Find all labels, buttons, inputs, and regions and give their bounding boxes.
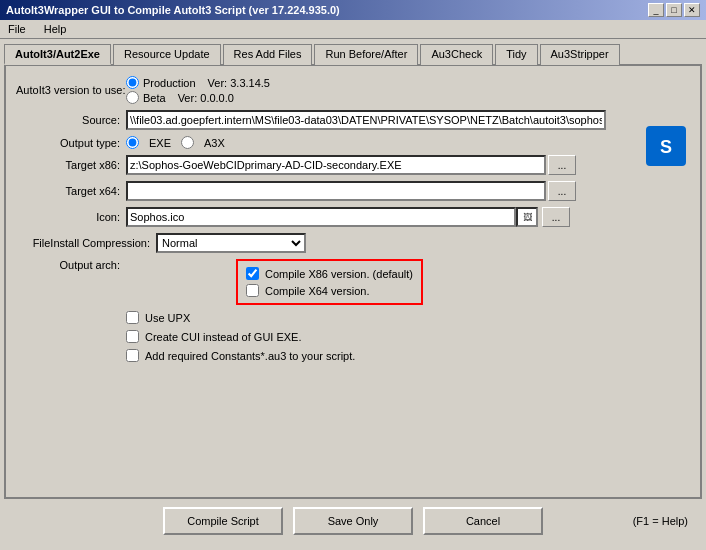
beta-ver: Ver: 0.0.0.0 — [178, 92, 234, 104]
menu-help[interactable]: Help — [40, 22, 71, 36]
output-arch-label: Output arch: — [16, 259, 126, 271]
tab-resource-update[interactable]: Resource Update — [113, 44, 221, 65]
add-constants-label: Add required Constants*.au3 to your scri… — [145, 350, 355, 362]
cancel-button[interactable]: Cancel — [423, 507, 543, 535]
target-x86-label: Target x86: — [16, 159, 126, 171]
compile-x86-row: Compile X86 version. (default) — [246, 267, 413, 280]
tabs: AutoIt3/Aut2Exe Resource Update Res Add … — [4, 43, 702, 66]
beta-label: Beta — [143, 92, 166, 104]
output-a3x-label: A3X — [204, 137, 225, 149]
compile-x64-row: Compile X64 version. — [246, 284, 413, 297]
title-text: AutoIt3Wrapper GUI to Compile AutoIt3 Sc… — [6, 4, 340, 16]
use-upx-checkbox[interactable] — [126, 311, 139, 324]
target-x64-input[interactable] — [126, 181, 546, 201]
autoit3-version-label: AutoIt3 version to use: — [16, 84, 126, 96]
menu-bar: File Help — [0, 20, 706, 39]
icon-label: Icon: — [16, 211, 126, 223]
output-arch-row: Output arch: Compile X86 version. (defau… — [16, 259, 690, 305]
tab-res-add-files[interactable]: Res Add Files — [223, 44, 313, 65]
target-x86-row: Target x86: ... — [16, 155, 690, 175]
fileinstall-select[interactable]: Normal None Best — [156, 233, 306, 253]
sophos-logo: S — [646, 126, 686, 166]
target-x64-label: Target x64: — [16, 185, 126, 197]
fileinstall-row: FileInstall Compression: Normal None Bes… — [16, 233, 690, 253]
use-upx-label: Use UPX — [145, 312, 190, 324]
tab-autoit3[interactable]: AutoIt3/Aut2Exe — [4, 44, 111, 65]
version-radio-group: Production Ver: 3.3.14.5 Beta Ver: 0.0.0… — [126, 76, 270, 104]
create-cui-row: Create CUI instead of GUI EXE. — [126, 330, 690, 343]
icon-input[interactable] — [126, 207, 516, 227]
production-radio[interactable] — [126, 76, 139, 89]
add-constants-row: Add required Constants*.au3 to your scri… — [126, 349, 690, 362]
output-type-options: EXE A3X — [126, 136, 225, 149]
menu-file[interactable]: File — [4, 22, 30, 36]
title-bar-buttons: _ □ ✕ — [648, 3, 700, 17]
save-only-button[interactable]: Save Only — [293, 507, 413, 535]
tab-tidy[interactable]: Tidy — [495, 44, 537, 65]
icon-browse[interactable]: ... — [542, 207, 570, 227]
tab-content: AutoIt3 version to use: Production Ver: … — [4, 66, 702, 499]
autoit3-version-row: AutoIt3 version to use: Production Ver: … — [16, 76, 690, 104]
icon-preview: 🖼 — [516, 207, 538, 227]
footer: Compile Script Save Only Cancel (F1 = He… — [4, 499, 702, 543]
title-bar: AutoIt3Wrapper GUI to Compile AutoIt3 Sc… — [0, 0, 706, 20]
use-upx-row: Use UPX — [126, 311, 690, 324]
target-x86-input[interactable] — [126, 155, 546, 175]
icon-input-wrap: 🖼 ... — [126, 207, 570, 227]
source-label: Source: — [16, 114, 126, 126]
maximize-button[interactable]: □ — [666, 3, 682, 17]
output-a3x-radio[interactable] — [181, 136, 194, 149]
icon-row: Icon: 🖼 ... — [16, 207, 690, 227]
help-text: (F1 = Help) — [633, 515, 688, 527]
compile-x64-label: Compile X64 version. — [265, 285, 370, 297]
output-type-label: Output type: — [16, 137, 126, 149]
arch-box: Compile X86 version. (default) Compile X… — [236, 259, 423, 305]
source-input[interactable] — [126, 110, 606, 130]
tab-au3check[interactable]: Au3Check — [420, 44, 493, 65]
tab-run-before-after[interactable]: Run Before/After — [314, 44, 418, 65]
create-cui-label: Create CUI instead of GUI EXE. — [145, 331, 302, 343]
create-cui-checkbox[interactable] — [126, 330, 139, 343]
compile-x86-checkbox[interactable] — [246, 267, 259, 280]
target-x86-browse[interactable]: ... — [548, 155, 576, 175]
output-type-row: Output type: EXE A3X — [16, 136, 690, 149]
production-ver: Ver: 3.3.14.5 — [208, 77, 270, 89]
output-exe-label: EXE — [149, 137, 171, 149]
beta-radio[interactable] — [126, 91, 139, 104]
minimize-button[interactable]: _ — [648, 3, 664, 17]
source-row: Source: — [16, 110, 690, 130]
add-constants-checkbox[interactable] — [126, 349, 139, 362]
output-exe-radio[interactable] — [126, 136, 139, 149]
tab-au3stripper[interactable]: Au3Stripper — [540, 44, 620, 65]
svg-text:S: S — [660, 137, 672, 157]
beta-radio-row: Beta Ver: 0.0.0.0 — [126, 91, 270, 104]
production-label: Production — [143, 77, 196, 89]
target-x64-browse[interactable]: ... — [548, 181, 576, 201]
close-button[interactable]: ✕ — [684, 3, 700, 17]
compile-script-button[interactable]: Compile Script — [163, 507, 283, 535]
window-body: AutoIt3/Aut2Exe Resource Update Res Add … — [0, 39, 706, 547]
production-radio-row: Production Ver: 3.3.14.5 — [126, 76, 270, 89]
compile-x64-checkbox[interactable] — [246, 284, 259, 297]
compile-x86-label: Compile X86 version. (default) — [265, 268, 413, 280]
fileinstall-label: FileInstall Compression: — [16, 237, 156, 249]
target-x64-row: Target x64: ... — [16, 181, 690, 201]
